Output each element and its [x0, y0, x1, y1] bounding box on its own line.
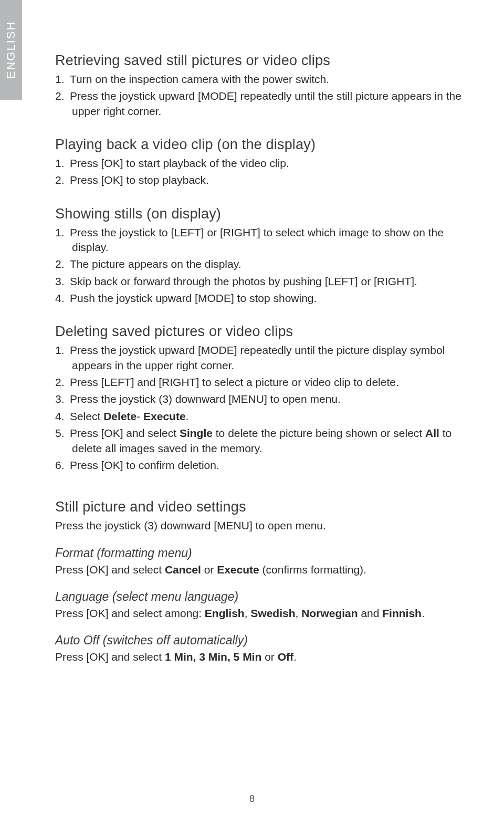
language-tab: ENGLISH	[0, 0, 22, 100]
list-item: 1.Turn on the inspection camera with the…	[55, 72, 472, 87]
list-showing-stills: 1.Press the joystick to [LEFT] or [RIGHT…	[55, 225, 472, 306]
heading-settings: Still picture and video settings	[55, 499, 472, 515]
settings-intro: Press the joystick (3) downward [MENU] t…	[55, 518, 472, 533]
list-item: 2.The picture appears on the display.	[55, 257, 472, 272]
list-item: 3.Skip back or forward through the photo…	[55, 274, 472, 289]
list-playing-back: 1.Press [OK] to start playback of the vi…	[55, 156, 472, 188]
list-retrieving: 1.Turn on the inspection camera with the…	[55, 72, 472, 119]
list-item: 1.Press [OK] to start playback of the vi…	[55, 156, 472, 171]
subheading-language: Language (select menu language)	[55, 590, 472, 604]
list-item: 5.Press [OK] and select Single to delete…	[55, 426, 472, 456]
list-item: 4.Select Delete- Execute.	[55, 409, 472, 424]
heading-deleting: Deleting saved pictures or video clips	[55, 323, 472, 340]
list-deleting: 1.Press the joystick upward [MODE] repea…	[55, 343, 472, 473]
list-item: 4.Push the joystick upward [MODE] to sto…	[55, 291, 472, 306]
language-text: Press [OK] and select among: English, Sw…	[55, 606, 472, 621]
list-item: 2.Press the joystick upward [MODE] repea…	[55, 89, 472, 119]
list-item: 1.Press the joystick to [LEFT] or [RIGHT…	[55, 225, 472, 255]
list-item: 2.Press [LEFT] and [RIGHT] to select a p…	[55, 375, 472, 390]
list-item: 3.Press the joystick (3) downward [MENU]…	[55, 392, 472, 406]
list-item: 1.Press the joystick upward [MODE] repea…	[55, 343, 472, 373]
subheading-auto-off: Auto Off (switches off automatically)	[55, 633, 472, 648]
language-tab-label: ENGLISH	[4, 21, 18, 79]
auto-off-text: Press [OK] and select 1 Min, 3 Min, 5 Mi…	[55, 650, 472, 664]
page-number: 8	[0, 794, 504, 805]
heading-retrieving: Retrieving saved still pictures or video…	[55, 53, 472, 69]
document-page: ENGLISH Retrieving saved still pictures …	[0, 0, 504, 814]
format-text: Press [OK] and select Cancel or Execute …	[55, 562, 472, 577]
subheading-format: Format (formatting menu)	[55, 546, 472, 560]
list-item: 2.Press [OK] to stop playback.	[55, 173, 472, 187]
heading-playing-back: Playing back a video clip (on the displa…	[55, 137, 472, 153]
list-item: 6.Press [OK] to confirm deletion.	[55, 458, 472, 473]
heading-showing-stills: Showing stills (on display)	[55, 206, 472, 222]
